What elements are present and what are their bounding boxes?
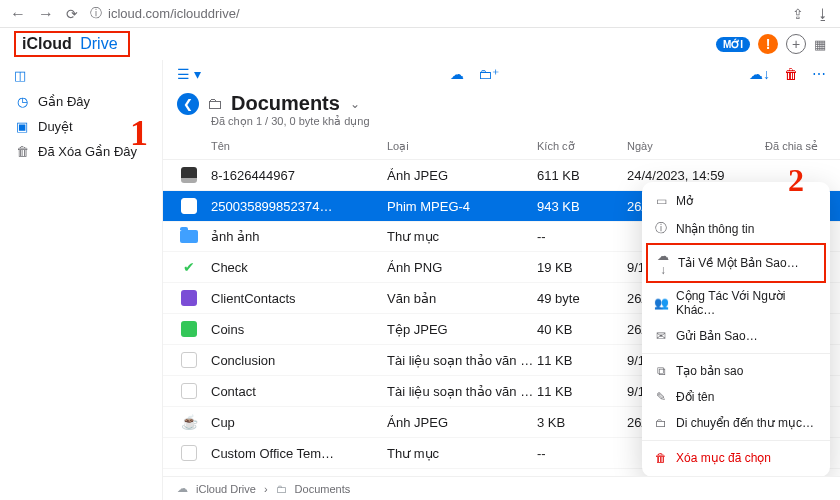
file-icon: ✔︎ <box>177 259 201 275</box>
context-menu-item[interactable]: 👥Cộng Tác Với Người Khác… <box>642 283 830 323</box>
col-type[interactable]: Loại <box>387 140 537 153</box>
file-name: Contact <box>211 384 387 399</box>
context-menu-label: Xóa mục đã chọn <box>676 451 771 465</box>
context-menu-item[interactable]: ✉Gửi Bản Sao… <box>642 323 830 349</box>
file-icon <box>177 352 201 368</box>
file-name: Check <box>211 260 387 275</box>
context-menu-item[interactable]: 🗀Di chuyển đến thư mục… <box>642 410 830 436</box>
back-icon[interactable]: ← <box>10 5 26 23</box>
sidebar-item-label: Gần Đây <box>38 94 90 109</box>
main-panel: ☰ ▾ ☁ 🗀⁺ ☁↓ 🗑 ⋯ ❮ 🗀 Documents ⌄ Đã chọn … <box>162 60 840 500</box>
add-button[interactable]: + <box>786 34 806 54</box>
context-menu-label: Nhận thông tin <box>676 222 754 236</box>
file-size: 11 KB <box>537 384 627 399</box>
toolbar: ☰ ▾ ☁ 🗀⁺ ☁↓ 🗑 ⋯ <box>163 60 840 88</box>
col-size[interactable]: Kích cỡ <box>537 140 627 153</box>
file-name: Cup <box>211 415 387 430</box>
context-menu-item[interactable]: 🗑Xóa mục đã chọn <box>642 445 830 471</box>
trash-icon: 🗑 <box>14 144 30 159</box>
file-type: Văn bản <box>387 291 537 306</box>
context-menu-label: Đổi tên <box>676 390 714 404</box>
address-bar[interactable]: ⓘ icloud.com/iclouddrive/ <box>90 5 780 22</box>
context-menu-label: Tải Về Một Bản Sao… <box>678 256 799 270</box>
file-size: -- <box>537 229 627 244</box>
breadcrumb-root[interactable]: iCloud Drive <box>196 483 256 495</box>
file-type: Thư mục <box>387 229 537 244</box>
file-name: ClientContacts <box>211 291 387 306</box>
file-name: Conclusion <box>211 353 387 368</box>
chevron-right-icon: › <box>264 483 268 495</box>
file-size: 49 byte <box>537 291 627 306</box>
file-icon <box>177 321 201 337</box>
context-menu-label: Gửi Bản Sao… <box>676 329 758 343</box>
file-size: 611 KB <box>537 168 627 183</box>
app-header: iCloud Drive MỚI ! + ▦ <box>0 28 840 60</box>
apps-icon[interactable]: ▦ <box>814 37 826 52</box>
breadcrumb: ☁ iCloud Drive › 🗀 Documents <box>163 476 840 500</box>
view-toggle-icon[interactable]: ☰ ▾ <box>177 66 201 82</box>
cloud-download-icon[interactable]: ☁↓ <box>749 66 770 82</box>
file-icon <box>177 230 201 243</box>
file-icon: ▣ <box>177 198 201 214</box>
notification-badge[interactable]: ! <box>758 34 778 54</box>
file-size: 40 KB <box>537 322 627 337</box>
col-date[interactable]: Ngày <box>627 140 757 153</box>
context-menu-label: Cộng Tác Với Người Khác… <box>676 289 818 317</box>
sidebar-item-label: Duyệt <box>38 119 73 134</box>
context-menu-label: Di chuyển đến thư mục… <box>676 416 814 430</box>
context-menu-label: Tạo bản sao <box>676 364 743 378</box>
col-name[interactable]: Tên <box>177 140 387 153</box>
sidebar-toggle-icon[interactable]: ◫ <box>10 68 152 89</box>
file-size: -- <box>537 446 627 461</box>
selection-status: Đã chọn 1 / 30, 0 byte khả dụng <box>163 115 840 134</box>
file-size: 943 KB <box>537 199 627 214</box>
file-icon: ☕ <box>177 414 201 430</box>
folder-icon: 🗀 <box>207 95 223 113</box>
file-name: Coins <box>211 322 387 337</box>
delete-icon[interactable]: 🗑 <box>784 66 798 82</box>
file-type: Ảnh JPEG <box>387 415 537 430</box>
icloud-drive-logo[interactable]: iCloud Drive <box>14 31 130 57</box>
new-badge[interactable]: MỚI <box>716 37 750 52</box>
file-type: Ảnh JPEG <box>387 168 537 183</box>
share-icon[interactable]: ⇪ <box>792 6 804 22</box>
breadcrumb-current[interactable]: Documents <box>295 483 351 495</box>
title-dropdown-icon[interactable]: ⌄ <box>350 97 360 111</box>
move-icon: 🗀 <box>654 416 668 430</box>
sidebar: ◫ ◷ Gần Đây ▣ Duyệt 🗑 Đã Xóa Gần Đây 1 <box>0 60 162 500</box>
reload-icon[interactable]: ⟳ <box>66 6 78 22</box>
back-button[interactable]: ❮ <box>177 93 199 115</box>
annotation-1: 1 <box>130 112 148 154</box>
collab-icon: 👥 <box>654 296 668 310</box>
file-type: Tài liệu soạn thảo văn b… <box>387 353 537 368</box>
context-menu-item[interactable]: ⧉Tạo bản sao <box>642 358 830 384</box>
clock-icon: ◷ <box>14 94 30 109</box>
logo-suffix: Drive <box>80 35 117 53</box>
forward-icon[interactable]: → <box>38 5 54 23</box>
download-icon: ☁↓ <box>656 249 670 277</box>
file-type: Tài liệu soạn thảo văn b… <box>387 384 537 399</box>
open-icon: ▭ <box>654 194 668 208</box>
rename-icon: ✎ <box>654 390 668 404</box>
col-shared[interactable]: Đã chia sẻ <box>757 140 826 153</box>
file-date: 24/4/2023, 14:59 <box>627 168 757 183</box>
new-folder-icon[interactable]: 🗀⁺ <box>478 66 499 82</box>
cloud-upload-icon[interactable]: ☁ <box>450 66 464 82</box>
context-menu-item[interactable]: ⓘNhận thông tin <box>642 214 830 243</box>
folder-icon: ▣ <box>14 119 30 134</box>
file-name: 8-1626444967 <box>211 168 387 183</box>
file-type: Ảnh PNG <box>387 260 537 275</box>
file-size: 3 KB <box>537 415 627 430</box>
share-icon[interactable]: ⋯ <box>812 66 826 82</box>
download-icon[interactable]: ⭳ <box>816 6 830 22</box>
mail-icon: ✉ <box>654 329 668 343</box>
file-name: 250035899852374… <box>211 199 387 214</box>
sidebar-item-recents[interactable]: ◷ Gần Đây <box>10 89 152 114</box>
table-header: Tên Loại Kích cỡ Ngày Đã chia sẻ <box>163 134 840 160</box>
page-title: Documents <box>231 92 340 115</box>
sidebar-item-label: Đã Xóa Gần Đây <box>38 144 137 159</box>
browser-chrome: ← → ⟳ ⓘ icloud.com/iclouddrive/ ⇪ ⭳ <box>0 0 840 28</box>
context-menu-item[interactable]: ✎Đổi tên <box>642 384 830 410</box>
context-menu-item[interactable]: ☁↓Tải Về Một Bản Sao… <box>646 243 826 283</box>
trash-icon: 🗑 <box>654 451 668 465</box>
